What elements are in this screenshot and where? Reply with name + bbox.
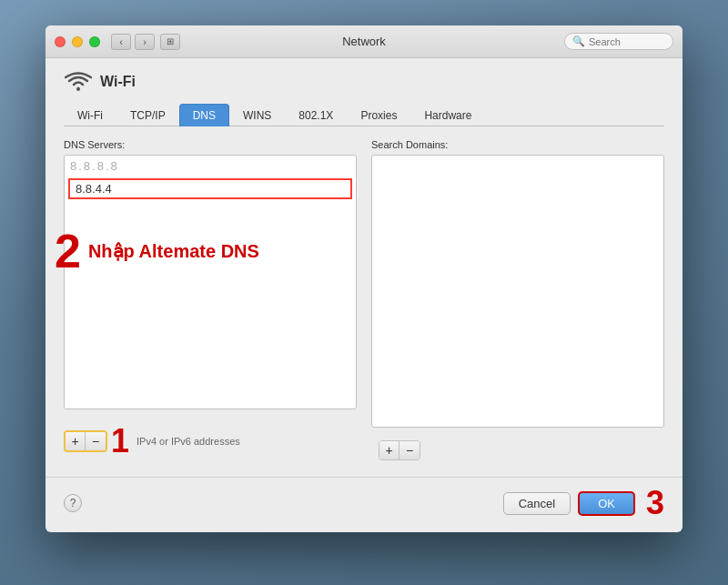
tab-8021x[interactable]: 802.1X [285,104,347,126]
search-bar[interactable]: 🔍 [564,33,673,50]
tab-wifi[interactable]: Wi-Fi [64,104,116,126]
tab-wins[interactable]: WINS [229,104,285,126]
cancel-button[interactable]: Cancel [503,492,571,515]
back-button[interactable]: ‹ [111,34,131,50]
tab-hardware[interactable]: Hardware [410,104,485,126]
search-domains-add-remove: + − [379,440,420,460]
titlebar: ‹ › ⊞ Network 🔍 [46,25,682,58]
tab-dns[interactable]: DNS [179,104,229,126]
tab-tcpip[interactable]: TCP/IP [116,104,179,126]
annotation-3-number: 3 [646,487,664,519]
annotation-1-number: 1 [111,422,129,460]
forward-button[interactable]: › [135,34,155,50]
help-button[interactable]: ? [64,494,82,512]
close-button[interactable] [55,36,66,47]
dns-servers-list: 8.8.8.8 8.8.4.4 [64,155,357,409]
search-domains-bottom-bar: + − [371,433,664,460]
search-domains-add-button[interactable]: + [379,441,399,459]
tabs-bar: Wi-Fi TCP/IP DNS WINS 802.1X Proxies Har… [64,104,664,126]
traffic-lights [55,36,100,47]
dns-servers-label: DNS Servers: [64,139,357,150]
tab-proxies[interactable]: Proxies [347,104,410,126]
search-input[interactable] [589,36,662,47]
wifi-label: Wi-Fi [100,74,136,90]
dns-dotted-entry[interactable]: 8.8.8.8 [65,156,356,177]
dns-servers-panel: DNS Servers: 8.8.8.8 8.8.4.4 2 Nhập Alte… [64,139,357,460]
dns-add-remove: + − [64,430,107,452]
nav-buttons: ‹ › [111,34,155,50]
dns-add-button[interactable]: + [66,432,86,450]
minimize-button[interactable] [72,36,83,47]
main-panel: DNS Servers: 8.8.8.8 8.8.4.4 2 Nhập Alte… [64,139,664,460]
grid-button[interactable]: ⊞ [160,34,180,50]
ok-button[interactable]: OK [578,491,635,516]
footer-left: ? [64,494,82,512]
wifi-icon [64,71,93,93]
maximize-button[interactable] [89,36,100,47]
footer: ? Cancel OK 3 [46,477,682,532]
search-domains-panel: Search Domains: + − [371,139,664,460]
window-title: Network [342,35,386,48]
search-domains-list [371,155,664,428]
search-domains-remove-button[interactable]: − [399,441,420,459]
network-window: ‹ › ⊞ Network 🔍 Wi-Fi [46,25,682,532]
search-icon: 🔍 [572,35,585,47]
dns-highlighted-entry[interactable]: 8.8.4.4 [68,178,352,199]
svg-point-0 [76,87,80,91]
dns-remove-button[interactable]: − [86,432,106,450]
ipv-text: IPv4 or IPv6 addresses [136,436,240,447]
dns-bottom-bar: + − 1 IPv4 or IPv6 addresses [64,415,357,460]
content-area: Wi-Fi Wi-Fi TCP/IP DNS WINS 802.1X Proxi… [46,58,682,475]
search-domains-label: Search Domains: [371,139,664,150]
wifi-header: Wi-Fi [64,71,664,93]
